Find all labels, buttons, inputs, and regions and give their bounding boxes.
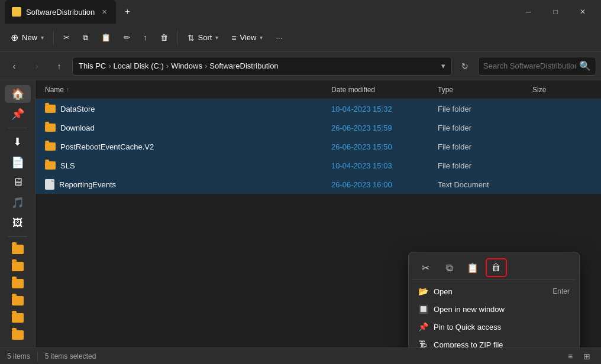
breadcrumb-windows[interactable]: Windows [171,61,202,70]
folder-small-icon-1 [12,245,24,254]
minimize-button[interactable]: ─ [515,0,542,24]
ctx-pin-label: Pin to Quick access [434,323,501,332]
sidebar-folder-6[interactable] [5,328,31,343]
view-icon: ≡ [231,33,236,43]
file-date: 10-04-2023 15:03 [331,161,438,170]
rename-button[interactable]: ✏ [118,30,136,46]
table-row[interactable]: DataStore 10-04-2023 15:32 File folder [35,99,601,118]
tab-folder-icon [12,7,21,17]
search-input[interactable] [483,61,576,70]
sidebar-divider-2 [8,236,27,237]
sidebar-desktop-icon[interactable]: 🖥 [5,174,31,191]
sort-icon: ⇅ [188,33,195,43]
list-view-button[interactable]: ≡ [563,349,577,363]
folder-icon [45,161,56,170]
share-icon: ↑ [143,33,147,42]
ctx-compress-label: Compress to ZIP file [434,340,503,348]
folder-small-icon-6 [12,330,24,340]
sidebar-folder-1[interactable] [5,242,31,256]
new-button[interactable]: ⊕ New ▾ [5,28,50,47]
breadcrumb-sep-2: › [166,61,169,70]
more-button[interactable]: ··· [270,30,288,46]
ctx-open-item[interactable]: 📂 Open Enter [412,282,576,300]
rename-icon: ✏ [124,33,130,42]
breadcrumb-softwaredistribution[interactable]: SoftwareDistribution [209,61,278,70]
breadcrumb-this-pc[interactable]: This PC [79,61,106,70]
forward-button[interactable]: › [27,57,46,76]
tab-item[interactable]: SoftwareDistribution ✕ [5,0,116,24]
status-total-items: 5 items [7,352,30,360]
breadcrumb-sep-1: › [108,61,111,70]
ctx-open-new-window-item[interactable]: 🔲 Open in new window [412,300,576,318]
toolbar-sep-1 [53,31,54,45]
status-selected-items: 5 items selected [45,352,96,360]
ctx-open-new-window-label: Open in new window [434,305,505,314]
ctx-delete-button[interactable]: 🗑 [486,258,507,277]
sidebar-folder-2[interactable] [5,259,31,274]
ctx-open-icon: 📂 [418,287,428,296]
share-button[interactable]: ↑ [137,30,153,46]
file-name-label: PostRebootEventCache.V2 [60,142,154,151]
ctx-pin-quick-access-item[interactable]: 📌 Pin to Quick access [412,318,576,336]
sidebar-photos-icon[interactable]: 🖼 [5,214,31,232]
sidebar-folder-4[interactable] [5,293,31,308]
copy-button[interactable]: ⧉ [77,30,94,46]
file-name-label: ReportingEvents [59,180,116,189]
main-content: 🏠 📌 ⬇ 📄 🖥 🎵 🖼 Nam [0,80,601,347]
cut-icon: ✂ [63,33,70,42]
file-type: File folder [438,142,532,151]
breadcrumb-local-disk[interactable]: Local Disk (C:) [114,61,164,70]
delete-icon: 🗑 [160,33,168,42]
file-list: Name ↑ Date modified Type Size DataStore… [35,80,601,347]
ctx-pin-icon: 📌 [418,322,428,332]
search-icon: 🔍 [579,60,591,72]
ctx-open-new-window-icon: 🔲 [418,304,428,314]
address-dropdown-button[interactable]: ▾ [434,61,445,70]
sidebar-folder-3[interactable] [5,276,31,291]
sidebar-folder-5[interactable] [5,311,31,326]
file-date: 26-06-2023 16:00 [331,180,438,189]
address-field[interactable]: This PC › Local Disk (C:) › Windows › So… [72,57,452,76]
sort-arrow-icon: ↑ [66,86,69,93]
maximize-button[interactable]: □ [542,0,569,24]
folder-small-icon-2 [12,262,24,271]
sidebar-pinned-icon[interactable]: 📌 [5,105,31,123]
file-type: File folder [438,161,532,170]
column-type[interactable]: Type [438,86,532,94]
sidebar-download-icon[interactable]: ⬇ [5,133,31,151]
refresh-button[interactable]: ↻ [455,57,474,76]
column-name[interactable]: Name ↑ [45,86,331,94]
table-row[interactable]: ReportingEvents 26-06-2023 16:00 Text Do… [35,175,601,194]
sidebar-music-icon[interactable]: 🎵 [5,194,31,212]
sidebar-home-icon[interactable]: 🏠 [5,85,31,103]
file-date: 26-06-2023 15:50 [331,142,438,151]
ctx-copy-button[interactable]: ⧉ [438,258,460,277]
view-button[interactable]: ≡ View ▾ [225,30,269,46]
sort-chevron-icon: ▾ [215,34,218,41]
table-row[interactable]: PostRebootEventCache.V2 26-06-2023 15:50… [35,137,601,156]
grid-view-button[interactable]: ⊞ [580,349,594,363]
delete-button[interactable]: 🗑 [154,30,174,46]
tab-close-button[interactable]: ✕ [99,7,109,17]
ctx-cut-button[interactable]: ✂ [415,258,436,277]
sidebar-docs-icon[interactable]: 📄 [5,153,31,171]
paste-button[interactable]: 📋 [95,30,117,46]
search-box[interactable]: 🔍 [478,57,596,76]
new-chevron-icon: ▾ [41,34,44,41]
column-date-modified[interactable]: Date modified [331,86,438,94]
cut-button[interactable]: ✂ [57,30,76,46]
table-row[interactable]: Download 26-06-2023 15:59 File folder [35,118,601,137]
up-button[interactable]: ↑ [50,57,69,76]
new-label: New [22,33,37,42]
new-tab-button[interactable]: + [118,3,136,21]
ctx-compress-zip-item[interactable]: 🗜 Compress to ZIP file [412,336,576,347]
column-size[interactable]: Size [532,86,592,94]
sidebar-divider-1 [8,128,27,128]
back-button[interactable]: ‹ [5,57,24,76]
sort-button[interactable]: ⇅ Sort ▾ [182,30,225,46]
context-menu-toolbar: ✂ ⧉ 📋 🗑 [412,256,576,280]
table-row[interactable]: SLS 10-04-2023 15:03 File folder [35,156,601,175]
ctx-copypath-button[interactable]: 📋 [462,258,483,277]
toolbar: ⊕ New ▾ ✂ ⧉ 📋 ✏ ↑ 🗑 ⇅ Sort ▾ ≡ View ▾ ··… [0,24,601,52]
close-button[interactable]: ✕ [569,0,596,24]
